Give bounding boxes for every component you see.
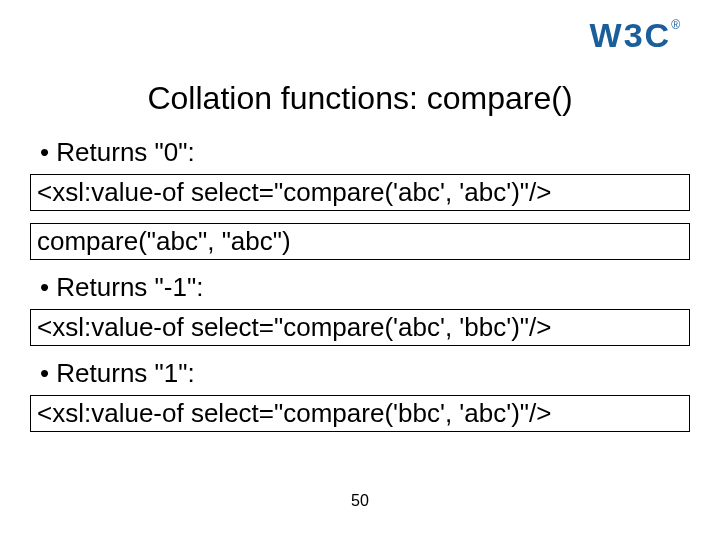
- logo-letter-w: W: [590, 18, 622, 52]
- code-compare-abc-abc-xsl: <xsl:value-of select="compare('abc', 'ab…: [30, 174, 690, 211]
- bullet-returns-0: Returns "0":: [40, 137, 690, 168]
- bullet-returns-1: Returns "1":: [40, 358, 690, 389]
- slide-title: Collation functions: compare(): [30, 80, 690, 117]
- code-compare-abc-abc-plain: compare("abc", "abc"): [30, 223, 690, 260]
- code-compare-abc-bbc-xsl: <xsl:value-of select="compare('abc', 'bb…: [30, 309, 690, 346]
- registered-icon: ®: [671, 18, 680, 32]
- w3c-logo: W3C®: [590, 18, 680, 52]
- bullet-returns-minus-1: Returns "-1":: [40, 272, 690, 303]
- logo-letter-c: C: [645, 18, 670, 52]
- logo-digit-3: 3: [624, 18, 643, 52]
- slide: W3C® Collation functions: compare() Retu…: [0, 0, 720, 540]
- code-compare-bbc-abc-xsl: <xsl:value-of select="compare('bbc', 'ab…: [30, 395, 690, 432]
- slide-content: Collation functions: compare() Returns "…: [30, 80, 690, 444]
- page-number: 50: [0, 492, 720, 510]
